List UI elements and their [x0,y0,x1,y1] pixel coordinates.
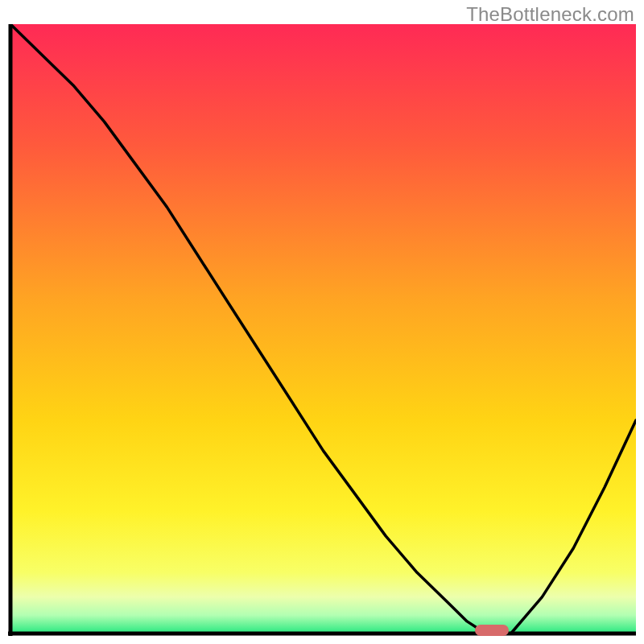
chart-background [10,24,636,634]
watermark-text: TheBottleneck.com [466,3,634,26]
chart-frame [8,24,636,636]
chart-svg [8,24,636,636]
optimal-marker [475,625,509,636]
